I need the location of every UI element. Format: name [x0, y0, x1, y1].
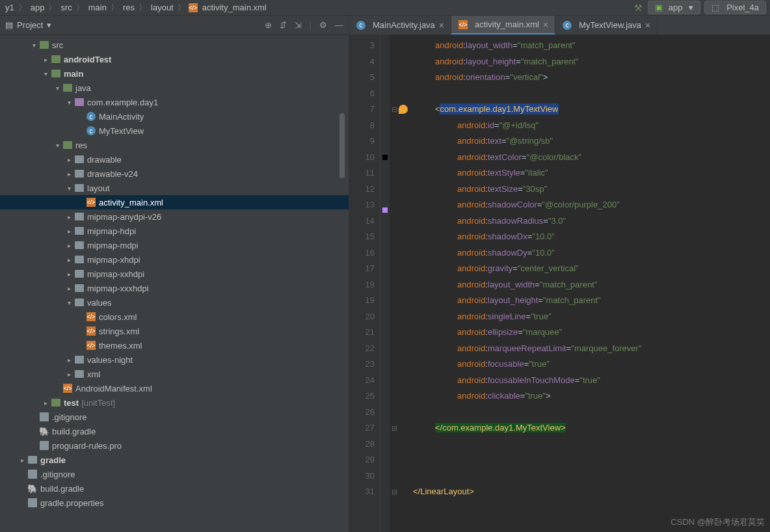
tree-item[interactable]: ▾layout	[0, 181, 349, 195]
tree-arrow-icon[interactable]: ▸	[64, 371, 74, 378]
tree-item[interactable]: ▾java	[0, 81, 349, 95]
tree-item[interactable]: ▸androidTest	[0, 52, 349, 66]
close-icon[interactable]: ×	[439, 20, 444, 31]
tree-item[interactable]: </>AndroidManifest.xml	[0, 381, 349, 395]
tree-arrow-icon[interactable]: ▸	[17, 457, 27, 464]
tree-item[interactable]: ▸test[unitTest]	[0, 395, 349, 410]
folder-src-icon	[51, 54, 61, 64]
tree-item-label: .gitignore	[40, 470, 75, 479]
tree-arrow-icon[interactable]: ▸	[64, 156, 74, 163]
tree-arrow-icon[interactable]: ▸	[64, 285, 74, 292]
file-icon	[27, 498, 38, 508]
folder-icon	[74, 226, 85, 236]
fold-column[interactable]: ⊟⊟⊟	[390, 35, 399, 532]
bc-item[interactable]: app	[29, 3, 46, 12]
tree-item[interactable]: ▸mipmap-xhdpi	[0, 252, 349, 267]
tree-item-label: gradle.properties	[40, 498, 104, 508]
tree-arrow-icon[interactable]: ▸	[64, 170, 74, 178]
editor-tab[interactable]: cMyTextView.java×	[555, 16, 657, 34]
target-icon[interactable]: ⊕	[265, 20, 272, 30]
tree-item[interactable]: gradle.properties	[0, 496, 349, 510]
tree-item[interactable]: </>strings.xml	[0, 324, 349, 338]
bc-item[interactable]: main	[87, 3, 108, 12]
class-icon: c	[86, 111, 96, 122]
tree-item[interactable]: ▸mipmap-xxxhdpi	[0, 281, 349, 295]
editor-tab[interactable]: </>activity_main.xml×	[451, 16, 555, 34]
intention-column[interactable]	[399, 35, 410, 532]
tree-item[interactable]: proguard-rules.pro	[0, 438, 349, 453]
tree-item[interactable]: ▾res	[0, 138, 349, 152]
close-icon[interactable]: ×	[645, 20, 650, 31]
close-icon[interactable]: ×	[543, 20, 548, 30]
tree-arrow-icon[interactable]: ▾	[29, 42, 39, 49]
tree-item[interactable]: .gitignore	[0, 410, 349, 424]
tree-item-label: test	[64, 398, 79, 408]
folder-icon	[74, 297, 85, 308]
tree-item[interactable]: ▾com.example.day1	[0, 95, 349, 109]
code-content[interactable]: android:layout_width="match_parent"andro…	[410, 35, 770, 532]
tree-item[interactable]: ▾main	[0, 66, 349, 81]
tree-arrow-icon[interactable]: ▸	[64, 271, 74, 278]
minimize-icon[interactable]: —	[335, 20, 343, 30]
tree-item-label: mipmap-xhdpi	[87, 255, 140, 265]
tree-arrow-icon[interactable]: ▸	[64, 256, 74, 263]
tree-item[interactable]: ▾values	[0, 295, 349, 310]
tree-item[interactable]: ▸mipmap-xxhdpi	[0, 267, 349, 281]
run-configuration-selector[interactable]: ▣ app ▾	[648, 1, 700, 14]
bc-item[interactable]: layout	[150, 3, 175, 12]
tree-item[interactable]: ▸drawable	[0, 152, 349, 166]
expand-icon[interactable]: ⇵	[280, 20, 287, 30]
tree-item[interactable]: ▸drawable-v24	[0, 166, 349, 181]
tree-item[interactable]: ▸mipmap-hdpi	[0, 224, 349, 238]
tree-item[interactable]: </>activity_main.xml	[0, 195, 349, 209]
tree-item[interactable]: 🐘build.gradle	[0, 424, 349, 438]
project-icon: ▤	[5, 20, 13, 30]
tree-arrow-icon[interactable]: ▾	[64, 185, 74, 192]
tree-arrow-icon[interactable]: ▾	[64, 99, 74, 106]
gear-icon[interactable]: ⚙	[319, 20, 327, 30]
tree-item-label: proguard-rules.pro	[52, 441, 122, 451]
sidebar-title: Project	[17, 20, 43, 30]
tree-arrow-icon[interactable]: ▾	[52, 85, 62, 92]
tree-arrow-icon[interactable]: ▸	[64, 356, 74, 364]
tree-arrow-icon[interactable]: ▸	[64, 228, 74, 235]
tree-item[interactable]: ▸values-night	[0, 352, 349, 367]
tree-item[interactable]: </>colors.xml	[0, 310, 349, 324]
project-tree[interactable]: ▾src▸androidTest▾main▾java▾com.example.d…	[0, 35, 349, 532]
bc-project[interactable]: y1	[4, 3, 16, 12]
tree-item[interactable]: ▸mipmap-anydpi-v26	[0, 209, 349, 224]
device-selector[interactable]: ⬚ Pixel_4a	[704, 1, 767, 14]
tree-arrow-icon[interactable]: ▸	[64, 242, 74, 249]
project-view-selector[interactable]: ▤ Project ▾	[5, 20, 51, 30]
bc-item[interactable]: activity_main.xml	[201, 3, 268, 12]
tree-arrow-icon[interactable]: ▸	[64, 213, 74, 220]
scrollbar-thumb[interactable]	[339, 113, 345, 178]
tree-item-label: src	[52, 40, 63, 50]
tree-arrow-icon[interactable]: ▾	[40, 70, 51, 77]
tree-item[interactable]: 🐘build.gradle	[0, 481, 349, 496]
chevron-right-icon: 〉	[137, 2, 148, 14]
tree-arrow-icon[interactable]: ▸	[40, 399, 51, 406]
tree-item[interactable]: .gitignore	[0, 467, 349, 481]
folder-icon	[74, 168, 85, 179]
tree-item[interactable]: ▾src	[0, 38, 349, 52]
tree-item[interactable]: ▸gradle	[0, 453, 349, 467]
collapse-icon[interactable]: ⇲	[295, 20, 302, 30]
editor-tab[interactable]: cMainActivity.java×	[349, 16, 451, 34]
tree-item-label: drawable-v24	[87, 169, 138, 179]
folder-icon	[74, 269, 85, 279]
bc-item[interactable]: src	[59, 3, 73, 12]
tree-item[interactable]: ▸mipmap-mdpi	[0, 238, 349, 252]
tree-arrow-icon[interactable]: ▸	[40, 56, 51, 63]
folder-icon	[27, 455, 38, 465]
tree-item[interactable]: cMyTextView	[0, 124, 349, 138]
bc-item[interactable]: res	[122, 3, 136, 12]
tree-item[interactable]: </>themes.xml	[0, 338, 349, 352]
tree-arrow-icon[interactable]: ▾	[64, 299, 74, 306]
code-editor[interactable]: 3456789101112131415161718192021222324252…	[349, 35, 770, 532]
tree-item[interactable]: cMainActivity	[0, 109, 349, 124]
build-icon[interactable]: ⚒	[633, 3, 644, 13]
line-gutter[interactable]: 3456789101112131415161718192021222324252…	[349, 35, 380, 532]
tree-arrow-icon[interactable]: ▾	[52, 142, 62, 149]
tree-item[interactable]: ▸xml	[0, 367, 349, 381]
